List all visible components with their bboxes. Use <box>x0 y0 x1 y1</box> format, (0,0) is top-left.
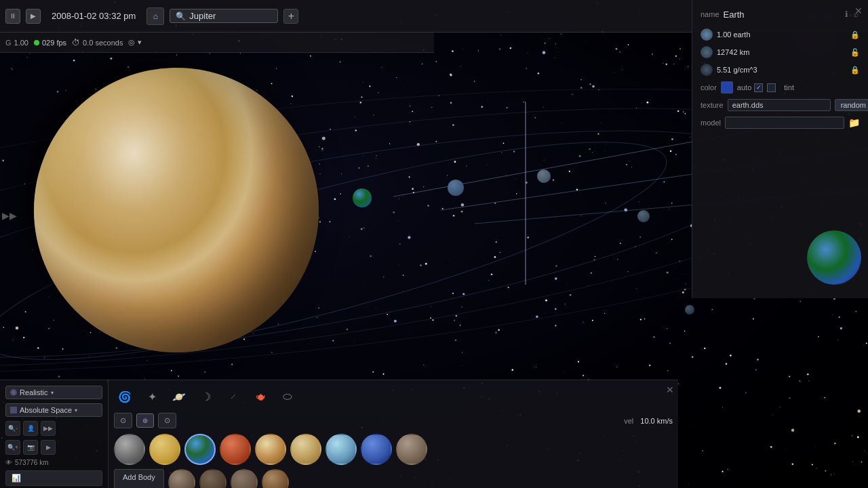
planet-pluto[interactable] <box>396 434 427 465</box>
camera-btn[interactable]: 📷 <box>23 440 38 455</box>
toolbar2: G 1.00 029 fps ⏱ 0.0 seconds ◎ ▾ <box>0 33 434 53</box>
search-icon: 🔍 <box>176 12 186 21</box>
search-input[interactable] <box>189 11 257 21</box>
model-row: model 📁 <box>701 117 860 129</box>
speed-control[interactable]: G 1.00 <box>5 39 28 47</box>
bottom-panel-close[interactable]: ✕ <box>666 384 674 395</box>
bottom-panel: ✕ 🌀 ✦ 🪐 ☽ ⟋ 🫖 ⬭ ⊙ ⊕ ⊙ vel 10.0 km/s <box>108 380 678 488</box>
mass-value: 1.00 earth <box>717 30 751 39</box>
folder-icon[interactable]: 📁 <box>848 117 860 128</box>
right-panel-close-button[interactable]: ✕ <box>854 5 863 16</box>
planet-neptune[interactable] <box>361 434 392 465</box>
zoom-out-btn[interactable]: 🔍- <box>5 421 20 436</box>
planet-small-1[interactable] <box>448 180 464 196</box>
vel-label: vel <box>624 417 633 425</box>
planet-saturn[interactable] <box>290 434 321 465</box>
info-icon[interactable]: ℹ <box>844 8 850 20</box>
grid-selector[interactable]: ⊙ <box>114 413 132 428</box>
clock-icon: ⏱ <box>72 38 80 47</box>
random-button[interactable]: random <box>835 99 868 111</box>
space-mode-selector[interactable]: Absolute Space ▾ <box>5 403 102 417</box>
spiral-icon[interactable]: 🌀 <box>114 386 136 407</box>
size-value: 12742 km <box>717 48 749 56</box>
texture-row: texture random <box>701 99 860 111</box>
comet-icon[interactable]: ⟋ <box>222 386 244 407</box>
home-button[interactable]: ⌂ <box>146 7 164 25</box>
planet-small-3[interactable] <box>637 210 650 222</box>
planet-moon4[interactable] <box>262 469 289 488</box>
datetime-display: 2008-01-02 03:32 pm <box>52 11 136 21</box>
right-panel: ✕ name Earth ℹ ⌕ 1.00 earth 🔒 12742 km 🔓… <box>692 0 868 298</box>
jupiter-planet[interactable] <box>34 68 319 352</box>
nav-controls: 🔍- 👤 ▶▶ <box>5 421 102 436</box>
model-label: model <box>701 119 721 127</box>
add-body-button[interactable]: Add Body <box>114 469 164 488</box>
auto-checkbox[interactable] <box>754 83 763 92</box>
planet-venus[interactable] <box>149 434 180 465</box>
auto-check: auto <box>737 83 763 92</box>
space-icon <box>10 407 17 413</box>
nav-controls-2: 🔍+ 📷 ▶ <box>5 440 102 455</box>
target-selector[interactable]: ⊙ <box>158 413 176 428</box>
texture-input[interactable] <box>728 99 831 111</box>
planet-moon3[interactable] <box>231 469 258 488</box>
fast-forward-icon[interactable]: ▶▶ <box>2 210 17 221</box>
mode-arrow: ▾ <box>51 390 54 396</box>
fps-value: 029 fps <box>42 39 66 47</box>
planet-mercury[interactable] <box>114 434 145 465</box>
nav-right[interactable]: ▶▶ <box>41 421 56 436</box>
ring-icon[interactable]: ⬭ <box>277 386 298 407</box>
camera-nav[interactable]: ▶ <box>41 440 56 455</box>
status-dot <box>34 40 39 45</box>
person-icon[interactable]: 👤 <box>23 421 38 436</box>
planet-moon2[interactable] <box>199 469 226 488</box>
tint-checkbox[interactable] <box>767 83 776 92</box>
density-row: 5.51 g/cm^3 🔒 <box>701 64 860 76</box>
size-row: 12742 km 🔓 <box>701 46 860 58</box>
planet-jupiter-thumb[interactable] <box>255 434 286 465</box>
target-icon: ◎ <box>128 38 135 47</box>
rp-header: name Earth ℹ ⌕ <box>701 8 860 20</box>
chart-button[interactable]: 📊 <box>5 470 102 486</box>
selector-row: ⊙ ⊕ ⊙ vel 10.0 km/s <box>114 413 673 428</box>
moon-icon[interactable]: ☽ <box>195 386 217 407</box>
mode-selector[interactable]: Realistic ▾ <box>5 386 102 399</box>
name-label: name <box>701 10 719 18</box>
auto-label: auto <box>737 83 751 92</box>
zoom-in-btn[interactable]: 🔍+ <box>5 440 20 455</box>
density-value: 5.51 g/cm^3 <box>717 66 757 74</box>
earth-small[interactable] <box>353 188 372 207</box>
crosshair-selector[interactable]: ⊕ <box>136 413 154 428</box>
star-icon[interactable]: ✦ <box>141 386 163 407</box>
name-value[interactable]: Earth <box>724 9 745 20</box>
planet-mars[interactable] <box>220 434 251 465</box>
eye-icon: 👁 <box>5 459 12 466</box>
earth-preview <box>807 230 861 285</box>
texture-label: texture <box>701 101 724 109</box>
planet-uranus[interactable] <box>326 434 357 465</box>
time-display[interactable]: ⏱ 0.0 seconds <box>72 38 123 47</box>
planet-earth[interactable] <box>184 434 216 465</box>
mass-lock[interactable]: 🔒 <box>850 30 860 39</box>
space-mode-label: Absolute Space <box>20 406 72 414</box>
target-control[interactable]: ◎ ▾ <box>128 38 142 47</box>
vel-value: 10.0 km/s <box>640 417 673 425</box>
fps-display: 029 fps <box>34 39 66 47</box>
mass-icon <box>701 28 713 41</box>
size-lock[interactable]: 🔓 <box>850 48 860 57</box>
speed-icon: G <box>5 39 12 47</box>
color-swatch[interactable] <box>721 81 733 94</box>
planet-small-2[interactable] <box>537 169 551 183</box>
play-button[interactable]: ▶ <box>26 9 41 24</box>
density-lock[interactable]: 🔒 <box>850 66 860 75</box>
model-input[interactable] <box>725 117 844 129</box>
add-button[interactable]: + <box>283 9 298 24</box>
planet-small-4[interactable] <box>685 305 694 314</box>
tint-check: tint <box>767 83 794 92</box>
saturn-icon[interactable]: 🪐 <box>168 386 190 407</box>
teapot-icon[interactable]: 🫖 <box>250 386 271 407</box>
icon-toolbar: 🌀 ✦ 🪐 ☽ ⟋ 🫖 ⬭ <box>114 386 673 407</box>
pause-button[interactable]: ⏸ <box>5 9 20 24</box>
planet-moon1[interactable] <box>168 469 195 488</box>
time-value: 0.0 seconds <box>83 39 123 47</box>
